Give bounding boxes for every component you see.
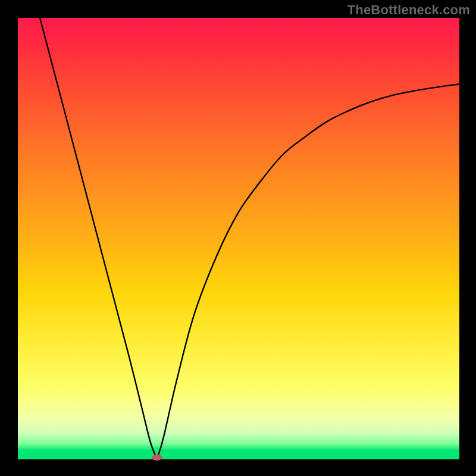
curve-left-branch [40,18,157,459]
chart-frame: TheBottleneck.com [0,0,476,476]
curve-right-branch [157,84,459,459]
watermark-text: TheBottleneck.com [347,2,470,18]
minimum-marker [152,455,162,461]
curve-svg [18,18,459,459]
plot-area [18,18,459,459]
